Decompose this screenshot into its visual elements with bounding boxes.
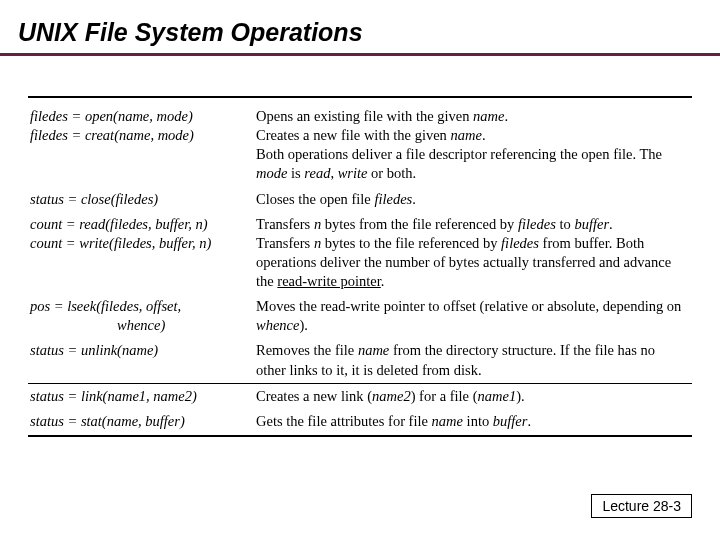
- table-row: status = link(name1, name2) Creates a ne…: [28, 383, 692, 409]
- op-desc-unlink: Removes the file name from the directory…: [254, 338, 692, 383]
- table-row: pos = lseek(filedes, offset, whence) Mov…: [28, 294, 692, 338]
- op-call-lseek: pos = lseek(filedes, offset, whence): [28, 294, 254, 338]
- op-desc-open-creat: Opens an existing file with the given na…: [254, 104, 692, 187]
- op-call-link: status = link(name1, name2): [28, 383, 254, 409]
- slide-number: Lecture 28-3: [591, 494, 692, 518]
- operations-table-container: filedes = open(name, mode) filedes = cre…: [0, 56, 720, 437]
- table-row: count = read(filedes, buffer, n) count =…: [28, 212, 692, 295]
- op-desc-lseek: Moves the read-write pointer to offset (…: [254, 294, 692, 338]
- table-row: status = stat(name, buffer) Gets the fil…: [28, 409, 692, 436]
- slide-title: UNIX File System Operations: [0, 0, 720, 56]
- op-desc-close: Closes the open file filedes.: [254, 187, 692, 212]
- table-row: filedes = open(name, mode) filedes = cre…: [28, 104, 692, 187]
- op-desc-read-write: Transfers n bytes from the file referenc…: [254, 212, 692, 295]
- op-call-read-write: count = read(filedes, buffer, n) count =…: [28, 212, 254, 295]
- op-call-close: status = close(filedes): [28, 187, 254, 212]
- op-desc-stat: Gets the file attributes for file name i…: [254, 409, 692, 436]
- table-row: status = close(filedes) Closes the open …: [28, 187, 692, 212]
- op-call-open-creat: filedes = open(name, mode) filedes = cre…: [28, 104, 254, 187]
- table-row: status = unlink(name) Removes the file n…: [28, 338, 692, 383]
- op-desc-link: Creates a new link (name2) for a file (n…: [254, 383, 692, 409]
- op-call-stat: status = stat(name, buffer): [28, 409, 254, 436]
- op-call-unlink: status = unlink(name): [28, 338, 254, 383]
- operations-table: filedes = open(name, mode) filedes = cre…: [28, 96, 692, 437]
